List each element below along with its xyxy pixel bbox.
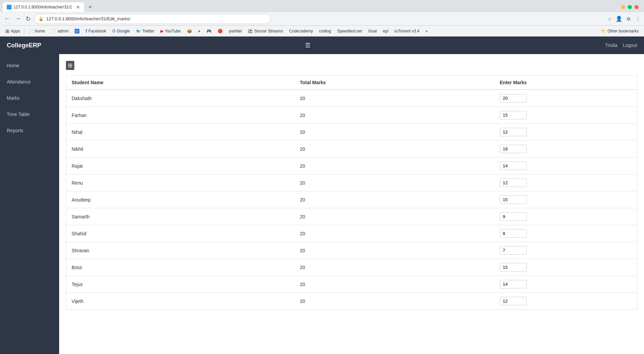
folder-icon: 📁 — [601, 29, 606, 33]
bookmark-google[interactable]: G Google — [109, 28, 132, 34]
tab-close-btn[interactable]: ✕ — [76, 4, 80, 10]
marks-input-vijeth[interactable] — [500, 297, 527, 305]
cell-enter-marks — [494, 225, 637, 242]
sidebar-item-home[interactable]: Home — [0, 57, 59, 74]
more-icon: » — [425, 29, 428, 33]
bookmark-yashtel[interactable]: yashtel — [226, 28, 244, 34]
cell-total-marks: 20 — [295, 208, 495, 225]
marks-input-boss[interactable] — [500, 263, 527, 272]
bookmark-admin[interactable]: 📄 admin — [48, 28, 71, 34]
bookmark-home[interactable]: 📄 home — [26, 28, 48, 34]
marks-input-shravan[interactable] — [500, 246, 527, 255]
marks-input-tejus[interactable] — [500, 280, 527, 288]
rutorrent-label: ruTorrent v3.4 — [394, 29, 419, 33]
profile-icon[interactable]: 👤 — [616, 16, 622, 22]
cell-student-name: Boss — [66, 259, 295, 276]
active-tab[interactable]: 🌐 127.0.0.1:8000/info/teacher/31/1 ✕ — [3, 2, 84, 12]
menu-icon[interactable]: ⋮ — [635, 16, 641, 22]
speedtest-label: Speedtest.net — [337, 29, 362, 33]
col-student-name: Student Name — [66, 76, 295, 90]
bookmark-d[interactable]: D — [72, 28, 82, 34]
cell-student-name: Shravan — [66, 242, 295, 259]
cell-student-name: Renu — [66, 174, 295, 191]
new-tab-button[interactable]: + — [85, 2, 95, 12]
marks-input-renu[interactable] — [500, 179, 527, 187]
bookmark-icon2[interactable]: 🎮 — [204, 28, 214, 34]
cell-total-marks: 20 — [295, 242, 495, 259]
marks-table: Student Name Total Marks Enter Marks Dak… — [66, 75, 637, 310]
apps-label: Apps — [11, 29, 20, 33]
bookmark-icon3[interactable]: 🔴 — [215, 28, 225, 34]
table-row: Dakshath20 — [66, 90, 637, 107]
table-row: Shravan20 — [66, 242, 637, 259]
cell-student-name: Shahid — [66, 225, 295, 242]
cell-student-name: Vijeth — [66, 293, 295, 310]
cell-enter-marks — [494, 191, 637, 208]
lock-icon: 🔒 — [39, 17, 44, 21]
bookmark-epl[interactable]: epl — [380, 28, 391, 34]
logout-link[interactable]: Logout — [623, 43, 637, 48]
more-bookmarks-btn[interactable]: » — [423, 28, 430, 34]
bookmark-codecademy[interactable]: Codecademy — [287, 28, 316, 34]
cell-student-name: Anudeep — [66, 191, 295, 208]
google-icon: G — [112, 29, 115, 33]
reload-button[interactable]: ↻ — [24, 14, 32, 24]
admin-bm-icon: 📄 — [51, 29, 56, 33]
marks-input-shahid[interactable] — [500, 229, 527, 238]
marks-input-farhan[interactable] — [500, 111, 527, 119]
bookmark-separator — [24, 28, 24, 34]
cell-enter-marks — [494, 293, 637, 310]
hamburger-button[interactable]: ☰ — [305, 42, 311, 49]
marks-input-anudeep[interactable] — [500, 195, 527, 204]
cell-total-marks: 20 — [295, 259, 495, 276]
bookmark-fb[interactable]: f Facebook — [83, 28, 109, 34]
maximize-button[interactable] — [628, 5, 632, 9]
cell-enter-marks — [494, 276, 637, 293]
youtube-label: YouTube — [165, 29, 181, 33]
bookmark-soccer[interactable]: ⚽ Soccer Streams — [245, 28, 286, 34]
table-row: Tejus20 — [66, 276, 637, 293]
cell-enter-marks — [494, 124, 637, 141]
cell-enter-marks — [494, 141, 637, 158]
sidebar-item-timetable[interactable]: Time Table — [0, 106, 59, 122]
marks-input-dakshath[interactable] — [500, 94, 527, 102]
table-row: Anudeep20 — [66, 191, 637, 208]
close-button[interactable] — [635, 5, 639, 9]
marks-input-rajat[interactable] — [500, 162, 527, 170]
bookmark-youtube[interactable]: ▶ YouTube — [158, 28, 183, 34]
cell-student-name: Samarth — [66, 208, 295, 225]
bookmark-star-icon[interactable]: ☆ — [606, 16, 613, 22]
bookmark-speedtest[interactable]: Speedtest.net — [335, 28, 365, 34]
bookmark-apps[interactable]: ⊞ Apps — [3, 28, 23, 34]
address-bar[interactable]: 🔒 127.0.0.1:8000/info/teacher/31/Edit_ma… — [34, 14, 271, 24]
sidebar-item-attendance[interactable]: Attendance — [0, 74, 59, 90]
marks-input-nikhil[interactable] — [500, 145, 527, 153]
icon2: 🎮 — [206, 29, 212, 33]
marks-input-samarth[interactable] — [500, 212, 527, 221]
bookmark-goal[interactable]: Goal — [366, 28, 379, 34]
cell-student-name: Dakshath — [66, 90, 295, 107]
cell-total-marks: 20 — [295, 174, 495, 191]
table-icon: ⊞ — [66, 61, 74, 70]
table-row: Nikhil20 — [66, 141, 637, 158]
marks-input-nihal[interactable] — [500, 128, 527, 136]
forward-button[interactable]: → — [14, 14, 22, 24]
sidebar-item-marks[interactable]: Marks — [0, 90, 59, 106]
cell-enter-marks — [494, 242, 637, 259]
other-bookmarks-label: Other bookmarks — [608, 29, 639, 33]
back-button[interactable]: ← — [3, 14, 11, 24]
bookmark-rutorrent[interactable]: ruTorrent v3.4 — [392, 28, 422, 34]
sidebar-item-reports[interactable]: Reports — [0, 122, 59, 139]
bookmark-twitter[interactable]: 🐦 Twitter — [133, 28, 157, 34]
table-row: Shahid20 — [66, 225, 637, 242]
other-bookmarks[interactable]: 📁 Other bookmarks — [598, 28, 641, 34]
tab-title: 127.0.0.1:8000/info/teacher/31/1 — [14, 5, 72, 9]
table-row: Rajat20 — [66, 158, 637, 174]
bookmark-icon1[interactable]: ● — [195, 28, 203, 34]
bookmark-amazon[interactable]: 📦 — [184, 28, 195, 34]
coding-label: coding — [319, 29, 331, 33]
cell-enter-marks — [494, 259, 637, 276]
extensions-icon[interactable]: ⚙ — [625, 16, 632, 22]
bookmark-coding[interactable]: coding — [316, 28, 333, 34]
minimize-button[interactable] — [621, 5, 625, 9]
